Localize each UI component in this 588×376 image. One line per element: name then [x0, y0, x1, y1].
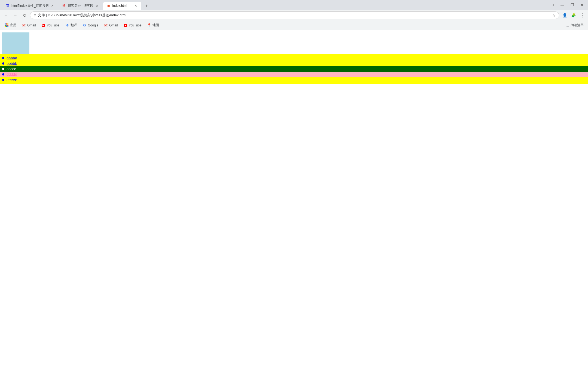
apps-icon	[4, 23, 9, 28]
tab-favicon-bokeyuan: 博	[62, 4, 66, 8]
address-bar: ← → ↻ ⊙ 文件 | D:/Sublime%20Text/联想实训/2css…	[0, 10, 588, 21]
list-bullet-aaaaa	[2, 57, 4, 59]
gmail1-icon: M	[22, 23, 26, 28]
bookmark-apps[interactable]: 应用	[2, 22, 19, 29]
list-item-ccccc: ccccc	[0, 66, 588, 72]
minimize-button[interactable]: —	[559, 1, 566, 9]
title-bar: 百 html5index属性_百度搜索 ✕ 博 博客后台 · 博客园 ✕ ◉ i…	[0, 0, 588, 10]
list-item-aaaaa: aaaaa	[0, 55, 588, 61]
list-text-eeeee: eeeee	[7, 78, 17, 82]
page-content: aaaaa bbbbb ccccc ddddd eeeee	[0, 32, 588, 84]
bookmark-maps[interactable]: 📍 地图	[145, 22, 161, 29]
list-text-aaaaa: aaaaa	[7, 56, 17, 60]
close-button[interactable]: ✕	[578, 1, 586, 9]
gmail2-icon: M	[104, 23, 108, 28]
tab-favicon-index: ◉	[106, 4, 111, 8]
list-text-ddddd: ddddd	[7, 72, 17, 77]
url-bar[interactable]: ⊙ 文件 | D:/Sublime%20Text/联想实训/2css基础/ind…	[30, 11, 559, 19]
tabs-area: 百 html5index属性_百度搜索 ✕ 博 博客后台 · 博客园 ✕ ◉ i…	[2, 0, 548, 10]
bookmark-maps-label: 地图	[152, 23, 159, 28]
tab-index[interactable]: ◉ index.html ✕	[103, 2, 141, 10]
reading-list-button[interactable]: ☰ 阅读清单	[564, 22, 586, 29]
translate-icon: 译	[65, 23, 69, 28]
bookmark-youtube1-label: YouTube	[47, 23, 59, 27]
list-bullet-ddddd	[2, 73, 4, 75]
menu-button[interactable]: ⋮	[578, 11, 586, 19]
bookmark-star-icon[interactable]: ☆	[552, 13, 556, 17]
bookmark-apps-label: 应用	[10, 23, 16, 28]
profile-button[interactable]: 👤	[561, 11, 568, 19]
reading-list-label: 阅读清单	[571, 23, 584, 28]
collapse-tabs-button[interactable]: ⊟	[549, 1, 556, 9]
tab-title-index: index.html	[112, 4, 132, 8]
maps-icon: 📍	[147, 23, 151, 28]
bookmark-google[interactable]: G Google	[80, 22, 101, 29]
toolbar-right: 👤 🧩 ⋮	[561, 11, 586, 19]
bookmarks-bar: 应用 M Gmail ▶ YouTube 译 翻译 G Google	[0, 21, 588, 30]
browser-chrome: 百 html5index属性_百度搜索 ✕ 博 博客后台 · 博客园 ✕ ◉ i…	[0, 0, 588, 30]
tab-title-bokeyuan: 博客后台 · 博客园	[68, 4, 93, 8]
extensions-button[interactable]: 🧩	[569, 11, 577, 19]
bookmark-google-label: Google	[88, 23, 99, 27]
window-controls: ⊟ — ❐ ✕	[549, 1, 586, 9]
bookmark-gmail1-label: Gmail	[27, 23, 36, 27]
url-lock-icon: ⊙	[33, 13, 36, 17]
blue-box-image	[2, 32, 29, 54]
back-button[interactable]: ←	[2, 11, 10, 19]
list-item-ddddd: ddddd	[0, 72, 588, 77]
tab-bokeyuan[interactable]: 博 博客后台 · 博客园 ✕	[59, 2, 103, 10]
list-item-bbbbb: bbbbb	[0, 61, 588, 66]
maximize-button[interactable]: ❐	[568, 1, 576, 9]
list-text-bbbbb: bbbbb	[7, 61, 17, 66]
refresh-button[interactable]: ↻	[21, 11, 28, 19]
tab-favicon-baidu: 百	[5, 4, 10, 8]
list-bullet-ccccc	[2, 68, 4, 70]
list-item-eeeee: eeeee	[0, 77, 588, 83]
list-bullet-eeeee	[2, 79, 4, 81]
tab-close-baidu[interactable]: ✕	[50, 4, 55, 8]
tab-close-bokeyuan[interactable]: ✕	[95, 4, 99, 8]
youtube1-icon: ▶	[41, 23, 45, 28]
google-icon: G	[82, 23, 87, 28]
bookmark-translate[interactable]: 译 翻译	[63, 22, 79, 29]
url-text: 文件 | D:/Sublime%20Text/联想实训/2css基础/index…	[38, 13, 550, 18]
forward-button[interactable]: →	[11, 11, 19, 19]
bookmark-gmail2[interactable]: M Gmail	[102, 22, 120, 29]
bookmark-youtube2[interactable]: ▶ YouTube	[121, 22, 144, 29]
list-container: aaaaa bbbbb ccccc ddddd eeeee	[0, 54, 588, 84]
youtube2-icon: ▶	[123, 23, 128, 28]
tab-baidu[interactable]: 百 html5index属性_百度搜索 ✕	[2, 2, 58, 10]
tab-close-index[interactable]: ✕	[134, 4, 138, 8]
bookmark-translate-label: 翻译	[71, 23, 77, 28]
list-bullet-bbbbb	[2, 62, 4, 65]
bookmark-gmail2-label: Gmail	[109, 23, 118, 27]
list-text-ccccc: ccccc	[7, 67, 16, 71]
tab-title-baidu: html5index属性_百度搜索	[11, 4, 49, 8]
bookmark-youtube1[interactable]: ▶ YouTube	[39, 22, 62, 29]
new-tab-button[interactable]: +	[143, 2, 151, 10]
bookmark-youtube2-label: YouTube	[129, 23, 142, 27]
bookmark-gmail1[interactable]: M Gmail	[20, 22, 38, 29]
